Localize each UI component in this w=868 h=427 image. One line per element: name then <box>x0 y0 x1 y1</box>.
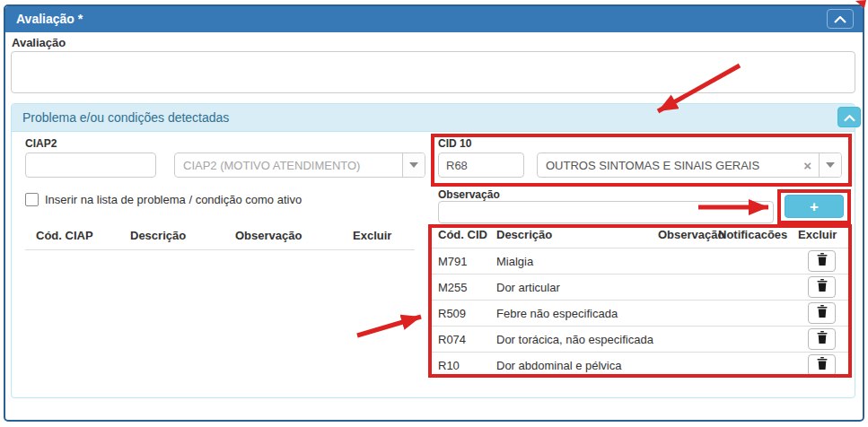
ciap-col-descricao: Descrição <box>130 229 186 242</box>
cid-col-codigo: Cód. CID <box>438 228 487 241</box>
delete-row-button[interactable] <box>808 328 836 350</box>
problema-panel-header: Problema e/ou condições detectadas <box>12 104 855 132</box>
cid-col-descricao: Descrição <box>496 228 552 241</box>
cid-table: Cód. CID Descrição Observação Notificacõ… <box>431 228 849 378</box>
ciap2-select[interactable]: CIAP2 (MOTIVO ATENDIMENTO) <box>174 152 425 178</box>
cid-description: Dor articular <box>496 281 560 294</box>
avaliacao-textarea[interactable] <box>11 51 855 93</box>
cid10-selected-value: OUTROS SINTOMAS E SINAIS GERAIS <box>538 159 796 172</box>
cid-col-notificacoes: Notificacões <box>718 228 787 241</box>
table-row: R509 Febre não especificada <box>431 301 849 327</box>
ciap-col-codigo: Cód. CIAP <box>36 229 93 242</box>
table-row: R10 Dor abdominal e pélvica <box>431 353 849 378</box>
table-row: R074 Dor torácica, não especificada <box>431 327 849 353</box>
problema-title: Problema e/ou condições detectadas <box>22 110 229 125</box>
clear-x-icon[interactable]: × <box>796 158 819 173</box>
trash-icon <box>817 357 828 373</box>
add-cid-button[interactable]: + <box>785 195 844 218</box>
ativo-checkbox-label: Inserir na lista de problema / condição … <box>45 193 302 206</box>
trash-icon <box>817 253 828 269</box>
cid-code: M255 <box>438 281 468 294</box>
ciap-col-excluir: Excluir <box>353 229 391 242</box>
cid-code: M791 <box>438 255 468 268</box>
avaliacao-screen: Avaliação * Avaliação Problema e/ou cond… <box>0 0 868 427</box>
cid-code: R074 <box>438 333 466 346</box>
observacao-input[interactable] <box>438 201 774 223</box>
cid-description: Febre não especificada <box>496 307 618 320</box>
avaliacao-label: Avaliação <box>12 36 66 49</box>
chevron-down-icon[interactable] <box>819 153 841 177</box>
ciap-table: Cód. CIAP Descrição Observação Excluir <box>25 229 415 250</box>
delete-row-button[interactable] <box>808 354 836 376</box>
ativo-checkbox[interactable] <box>25 193 39 206</box>
cid-col-excluir: Excluir <box>798 228 837 241</box>
trash-icon <box>817 279 828 295</box>
delete-row-button[interactable] <box>808 302 836 324</box>
cid-code: R10 <box>438 359 460 372</box>
chevron-down-icon[interactable] <box>402 153 425 177</box>
ciap2-code-input[interactable] <box>25 152 156 178</box>
cid-description: Dor torácica, não especificada <box>496 333 653 346</box>
trash-icon <box>817 305 828 321</box>
table-row: M791 Mialgia <box>431 248 849 274</box>
ciap2-select-placeholder: CIAP2 (MOTIVO ATENDIMENTO) <box>175 159 402 172</box>
observacao-label: Observação <box>438 188 500 201</box>
delete-row-button[interactable] <box>808 276 836 298</box>
problema-collapse-button[interactable] <box>837 107 861 127</box>
table-row: M255 Dor articular <box>431 274 849 301</box>
cid10-label: CID 10 <box>438 137 471 150</box>
cid-col-observacao: Observação <box>658 228 724 241</box>
cid10-select[interactable]: OUTROS SINTOMAS E SINAIS GERAIS × <box>537 152 842 178</box>
cid-code: R509 <box>438 307 466 320</box>
cid10-code-input[interactable] <box>438 152 524 178</box>
ciap2-label: CIAP2 <box>25 137 57 150</box>
cid-description: Mialgia <box>496 255 533 268</box>
chevron-up-icon <box>844 109 855 126</box>
cid-description: Dor abdominal e pélvica <box>496 359 621 372</box>
ciap-col-observacao: Observação <box>235 229 302 242</box>
trash-icon <box>817 331 828 347</box>
panel-title: Avaliação * <box>16 12 83 26</box>
chevron-up-icon <box>834 11 846 27</box>
avaliacao-panel-header: Avaliação * <box>5 6 863 32</box>
cid-table-header: Cód. CID Descrição Observação Notificacõ… <box>431 228 849 248</box>
panel-collapse-button[interactable] <box>827 9 854 29</box>
delete-row-button[interactable] <box>808 250 836 272</box>
